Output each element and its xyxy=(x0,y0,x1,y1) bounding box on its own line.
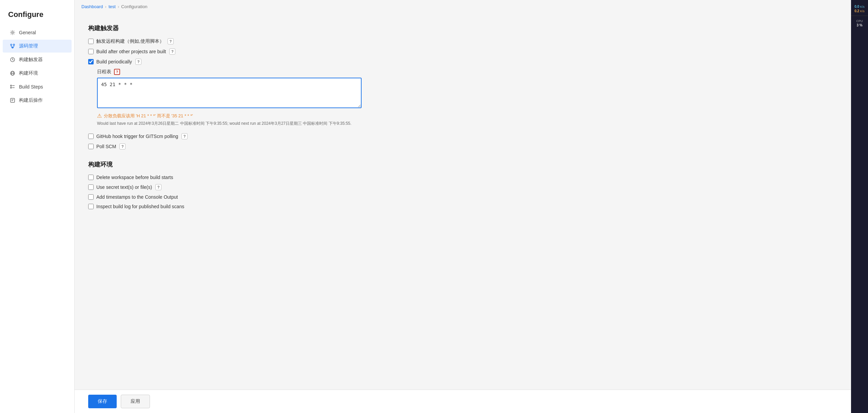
schedule-textarea[interactable] xyxy=(97,78,362,108)
env-use-secret-row: Use secret text(s) or file(s) ? xyxy=(88,184,837,190)
net-down-value: 0.0 xyxy=(854,5,859,8)
trigger-remote-checkbox[interactable] xyxy=(88,39,94,44)
sidebar-item-source-management[interactable]: 源码管理 xyxy=(3,40,72,53)
sidebar-item-label: 构建触发器 xyxy=(19,57,43,63)
list-icon xyxy=(9,84,16,90)
trigger-periodic-label[interactable]: Build periodically xyxy=(88,59,132,64)
sidebar-item-label: 构建后操作 xyxy=(19,97,43,103)
poll-scm-label[interactable]: Poll SCM xyxy=(88,144,116,149)
sidebar-item-build-steps[interactable]: Build Steps xyxy=(3,80,72,93)
env-inspect-log-checkbox[interactable] xyxy=(88,204,94,209)
schedule-label-row: 日程表 ? xyxy=(97,69,837,75)
github-hook-help[interactable]: ? xyxy=(181,133,188,139)
sidebar-item-general[interactable]: General xyxy=(3,26,72,39)
trigger-periodic-row: Build periodically ? xyxy=(88,59,837,65)
env-timestamps-label[interactable]: Add timestamps to the Console Output xyxy=(88,194,178,200)
warning-text: 分散负载应该用 'H 21 * * *' 而不是 '35 21 * * *' xyxy=(104,113,193,119)
trigger-periodic-help[interactable]: ? xyxy=(135,59,141,65)
trigger-remote-text: 触发远程构建（例如,使用脚本） xyxy=(96,38,164,44)
svg-point-2 xyxy=(13,44,15,45)
sidebar-item-label: 构建环境 xyxy=(19,70,38,76)
env-use-secret-help[interactable]: ? xyxy=(155,184,161,190)
net-ks-up-label: K/s xyxy=(860,9,865,13)
trigger-section-heading: 构建触发器 xyxy=(88,24,837,32)
breadcrumb-dashboard[interactable]: Dashboard xyxy=(81,4,103,9)
schedule-section: 日程表 ? ⚠ 分散负载应该用 'H 21 * * *' 而不是 '35 21 … xyxy=(97,69,837,126)
sidebar-item-post-build[interactable]: 构建后操作 xyxy=(3,94,72,107)
env-timestamps-row: Add timestamps to the Console Output xyxy=(88,194,837,200)
trigger-after-row: Build after other projects are built ? xyxy=(88,48,837,55)
poll-scm-checkbox[interactable] xyxy=(88,144,94,149)
sidebar: Configure General 源码管理 构建触 xyxy=(0,0,75,413)
sidebar-item-label: Build Steps xyxy=(19,84,43,90)
trigger-periodic-checkbox[interactable] xyxy=(88,59,94,64)
trigger-after-text: Build after other projects are built xyxy=(96,49,166,54)
network-section: 0.0 K/s 0.2 K/s xyxy=(851,3,868,16)
cpu-section: CPU 3 % xyxy=(851,17,868,29)
poll-scm-help[interactable]: ? xyxy=(119,143,126,150)
warning-triangle-icon: ⚠ xyxy=(97,113,102,119)
globe-icon xyxy=(9,70,16,76)
breadcrumb-test[interactable]: test xyxy=(109,4,116,9)
poll-scm-text: Poll SCM xyxy=(96,144,116,149)
env-use-secret-label[interactable]: Use secret text(s) or file(s) xyxy=(88,184,152,190)
trigger-remote-help[interactable]: ? xyxy=(168,38,174,44)
save-button[interactable]: 保存 xyxy=(88,395,117,408)
env-timestamps-text: Add timestamps to the Console Output xyxy=(96,194,178,200)
trigger-after-checkbox[interactable] xyxy=(88,49,94,54)
env-inspect-log-row: Inspect build log for published build sc… xyxy=(88,204,837,209)
trigger-icon xyxy=(9,57,16,63)
env-inspect-log-text: Inspect build log for published build sc… xyxy=(96,204,184,209)
svg-point-0 xyxy=(12,32,14,34)
sidebar-item-build-env[interactable]: 构建环境 xyxy=(3,67,72,80)
env-delete-workspace-text: Delete workspace before build starts xyxy=(96,175,173,180)
cpu-label: CPU xyxy=(856,19,863,23)
env-inspect-log-label[interactable]: Inspect build log for published build sc… xyxy=(88,204,184,209)
svg-rect-12 xyxy=(11,98,15,102)
poll-scm-row: Poll SCM ? xyxy=(88,143,837,150)
env-delete-workspace-row: Delete workspace before build starts xyxy=(88,175,837,180)
github-hook-row: GitHub hook trigger for GITScm polling ? xyxy=(88,133,837,139)
warning-block: ⚠ 分散负载应该用 'H 21 * * *' 而不是 '35 21 * * *'… xyxy=(97,113,362,126)
post-icon xyxy=(9,97,16,103)
breadcrumb-sep2: › xyxy=(118,4,119,9)
trigger-remote-label[interactable]: 触发远程构建（例如,使用脚本） xyxy=(88,38,164,44)
main-area: Dashboard › test › Configuration 构建触发器 触… xyxy=(75,0,851,413)
net-up-label: 0.2 K/s xyxy=(854,9,864,13)
net-ks-label: K/s xyxy=(860,5,865,8)
cpu-value: 3 % xyxy=(856,23,862,27)
svg-point-1 xyxy=(11,44,12,45)
env-delete-workspace-label[interactable]: Delete workspace before build starts xyxy=(88,175,173,180)
breadcrumb-config: Configuration xyxy=(121,4,147,9)
breadcrumb: Dashboard › test › Configuration xyxy=(75,0,851,13)
sidebar-item-build-triggers[interactable]: 构建触发器 xyxy=(3,53,72,66)
sidebar-item-label: General xyxy=(19,30,36,35)
bottom-bar: 保存 应用 xyxy=(75,390,851,413)
warning-line1: ⚠ 分散负载应该用 'H 21 * * *' 而不是 '35 21 * * *' xyxy=(97,113,362,119)
net-down-label: 0.0 K/s xyxy=(854,5,864,8)
content-area: 构建触发器 触发远程构建（例如,使用脚本） ? Build after othe… xyxy=(75,13,851,390)
schedule-help-icon[interactable]: ? xyxy=(114,69,120,75)
sidebar-item-label: 源码管理 xyxy=(19,43,38,49)
net-up-value: 0.2 xyxy=(854,9,859,13)
sidebar-title: Configure xyxy=(0,7,74,26)
env-use-secret-checkbox[interactable] xyxy=(88,184,94,190)
source-icon xyxy=(9,43,16,49)
svg-rect-8 xyxy=(11,85,12,86)
trigger-after-label[interactable]: Build after other projects are built xyxy=(88,49,166,54)
trigger-periodic-text: Build periodically xyxy=(96,59,132,64)
warning-detail: Would last have run at 2024年3月26日星期二 中国标… xyxy=(97,120,362,126)
github-hook-checkbox[interactable] xyxy=(88,134,94,139)
env-use-secret-text: Use secret text(s) or file(s) xyxy=(96,184,152,190)
env-timestamps-checkbox[interactable] xyxy=(88,194,94,200)
github-hook-text: GitHub hook trigger for GITScm polling xyxy=(96,134,178,139)
env-section-heading: 构建环境 xyxy=(88,160,837,169)
trigger-remote-row: 触发远程构建（例如,使用脚本） ? xyxy=(88,38,837,44)
trigger-after-help[interactable]: ? xyxy=(169,48,175,55)
right-panel: 0.0 K/s 0.2 K/s CPU 3 % xyxy=(851,0,868,413)
gear-icon xyxy=(9,29,16,36)
apply-button[interactable]: 应用 xyxy=(121,395,150,408)
github-hook-label[interactable]: GitHub hook trigger for GITScm polling xyxy=(88,134,178,139)
schedule-label-text: 日程表 xyxy=(97,69,111,75)
env-delete-workspace-checkbox[interactable] xyxy=(88,175,94,180)
